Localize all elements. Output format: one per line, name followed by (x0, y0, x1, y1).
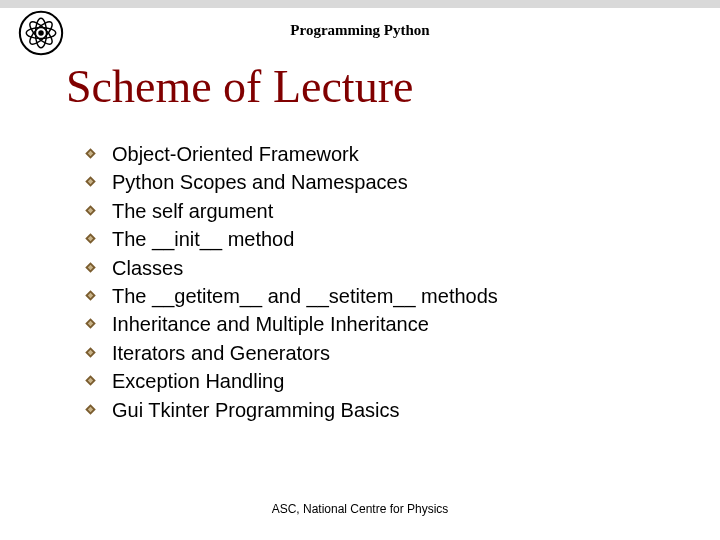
list-item-label: Inheritance and Multiple Inheritance (112, 313, 429, 335)
diamond-bullet-icon (84, 317, 97, 330)
list-item-label: Gui Tkinter Programming Basics (112, 399, 400, 421)
list-item-label: Python Scopes and Namespaces (112, 171, 408, 193)
list-item-label: Exception Handling (112, 370, 284, 392)
diamond-bullet-icon (84, 147, 97, 160)
list-item-label: The __init__ method (112, 228, 294, 250)
list-item-label: Classes (112, 257, 183, 279)
diamond-bullet-icon (84, 403, 97, 416)
header-bar (0, 0, 720, 8)
diamond-bullet-icon (84, 261, 97, 274)
diamond-bullet-icon (84, 232, 97, 245)
diamond-bullet-icon (84, 204, 97, 217)
list-item: Exception Handling (84, 367, 498, 395)
diamond-bullet-icon (84, 175, 97, 188)
list-item: Object-Oriented Framework (84, 140, 498, 168)
list-item: The __getitem__ and __setitem__ methods (84, 282, 498, 310)
footer-text: ASC, National Centre for Physics (0, 502, 720, 516)
bullet-list: Object-Oriented FrameworkPython Scopes a… (84, 140, 498, 424)
list-item: Python Scopes and Namespaces (84, 168, 498, 196)
diamond-bullet-icon (84, 289, 97, 302)
list-item-label: Iterators and Generators (112, 342, 330, 364)
list-item: The __init__ method (84, 225, 498, 253)
list-item-label: The self argument (112, 200, 273, 222)
diamond-bullet-icon (84, 346, 97, 359)
list-item: The self argument (84, 197, 498, 225)
list-item-label: The __getitem__ and __setitem__ methods (112, 285, 498, 307)
slide-title: Scheme of Lecture (66, 60, 413, 113)
diamond-bullet-icon (84, 374, 97, 387)
list-item: Classes (84, 254, 498, 282)
header-subject: Programming Python (0, 22, 720, 39)
list-item: Iterators and Generators (84, 339, 498, 367)
list-item: Gui Tkinter Programming Basics (84, 396, 498, 424)
list-item-label: Object-Oriented Framework (112, 143, 359, 165)
list-item: Inheritance and Multiple Inheritance (84, 310, 498, 338)
